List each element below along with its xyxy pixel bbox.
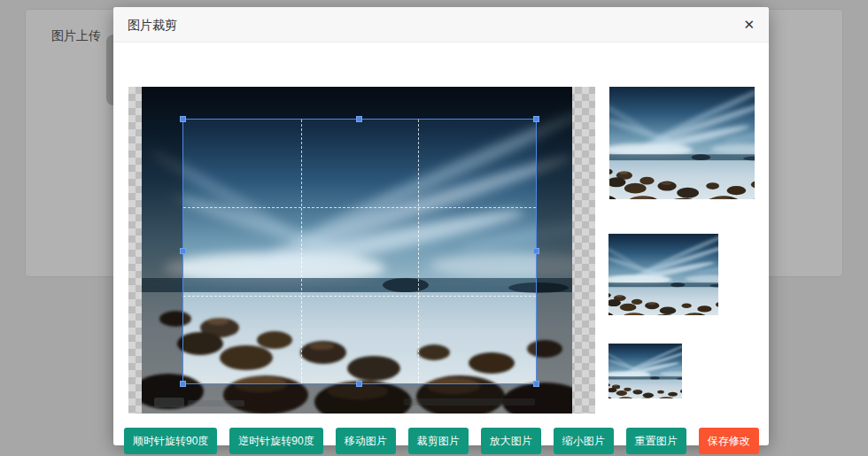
button-rotate-clockwise-90[interactable]: 顺时针旋转90度 bbox=[124, 428, 217, 454]
crop-view bbox=[183, 120, 536, 383]
crop-preview-small bbox=[608, 344, 682, 398]
button-move-image[interactable]: 移动图片 bbox=[336, 428, 396, 454]
close-icon[interactable]: ✕ bbox=[743, 7, 755, 43]
dialog-header: 图片裁剪 ✕ bbox=[113, 7, 769, 43]
button-zoom-in-image[interactable]: 放大图片 bbox=[481, 428, 541, 454]
crop-handle-sw[interactable] bbox=[180, 381, 186, 387]
crop-handle-nw[interactable] bbox=[180, 116, 186, 122]
crop-handle-w[interactable] bbox=[180, 248, 186, 254]
button-save-changes[interactable]: 保存修改 bbox=[699, 428, 759, 454]
button-rotate-counterclockwise-90[interactable]: 逆时针旋转90度 bbox=[229, 428, 322, 454]
button-reset-image[interactable]: 重置图片 bbox=[626, 428, 686, 454]
button-zoom-out-image[interactable]: 缩小图片 bbox=[554, 428, 614, 454]
dialog-body: 顺时针旋转90度逆时针旋转90度移动图片裁剪图片放大图片缩小图片重置图片保存修改 bbox=[113, 43, 769, 445]
crop-preview-medium bbox=[608, 234, 718, 315]
dialog-title: 图片裁剪 bbox=[128, 18, 177, 32]
toolbar: 顺时针旋转90度逆时针旋转90度移动图片裁剪图片放大图片缩小图片重置图片保存修改 bbox=[124, 428, 759, 454]
crop-handle-n[interactable] bbox=[356, 116, 362, 122]
crop-preview-large bbox=[609, 87, 755, 199]
crop-box[interactable] bbox=[183, 120, 536, 383]
button-crop-image[interactable]: 裁剪图片 bbox=[408, 428, 469, 454]
crop-handle-e[interactable] bbox=[533, 248, 539, 254]
crop-canvas-area[interactable] bbox=[128, 87, 595, 413]
crop-dialog: 图片裁剪 ✕ bbox=[113, 7, 769, 445]
crop-handle-s[interactable] bbox=[356, 381, 362, 387]
crop-handle-se[interactable] bbox=[533, 381, 539, 387]
crop-handle-ne[interactable] bbox=[533, 116, 539, 122]
